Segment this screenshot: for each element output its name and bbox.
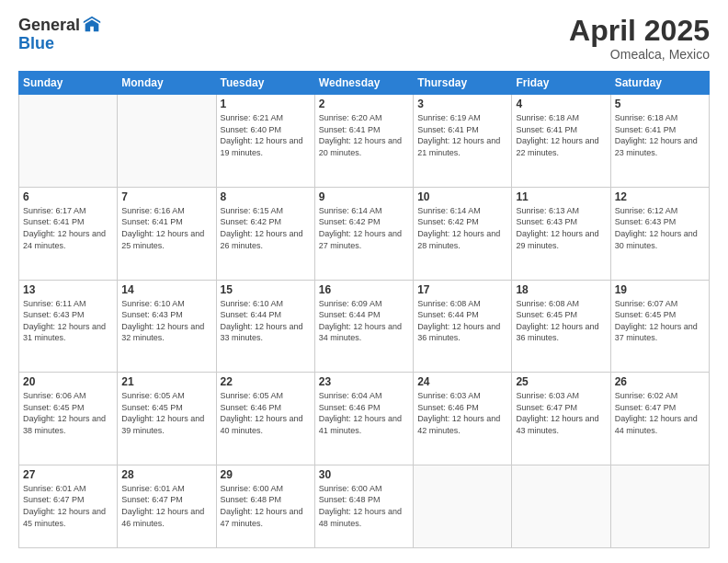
table-row: 10Sunrise: 6:14 AMSunset: 6:42 PMDayligh… (414, 187, 512, 280)
day-info: Sunrise: 6:14 AMSunset: 6:42 PMDaylight:… (417, 205, 507, 251)
day-number: 18 (516, 283, 606, 296)
table-row (610, 465, 709, 547)
day-info: Sunrise: 6:01 AMSunset: 6:47 PMDaylight:… (121, 483, 211, 529)
day-number: 7 (121, 190, 211, 203)
table-row (118, 95, 216, 188)
table-row: 9Sunrise: 6:14 AMSunset: 6:42 PMDaylight… (314, 187, 413, 280)
col-thursday: Thursday (414, 72, 512, 95)
logo-text: General Blue (18, 15, 102, 52)
table-row: 29Sunrise: 6:00 AMSunset: 6:48 PMDayligh… (216, 465, 314, 547)
day-info: Sunrise: 6:06 AMSunset: 6:45 PMDaylight:… (23, 390, 113, 436)
day-number: 5 (615, 98, 705, 110)
day-info: Sunrise: 6:18 AMSunset: 6:41 PMDaylight:… (615, 112, 705, 158)
day-number: 22 (221, 375, 311, 388)
day-info: Sunrise: 6:18 AMSunset: 6:41 PMDaylight:… (516, 112, 606, 158)
day-number: 14 (121, 283, 211, 296)
table-row: 6Sunrise: 6:17 AMSunset: 6:41 PMDaylight… (19, 187, 118, 280)
logo-blue: Blue (18, 35, 102, 52)
day-info: Sunrise: 6:02 AMSunset: 6:47 PMDaylight:… (615, 390, 705, 436)
month-title: April 2025 (569, 15, 710, 47)
table-row: 13Sunrise: 6:11 AMSunset: 6:43 PMDayligh… (19, 280, 118, 373)
table-row: 11Sunrise: 6:13 AMSunset: 6:43 PMDayligh… (512, 187, 610, 280)
day-number: 10 (417, 190, 507, 203)
table-row: 26Sunrise: 6:02 AMSunset: 6:47 PMDayligh… (610, 373, 709, 465)
day-number: 3 (417, 98, 507, 110)
table-row: 15Sunrise: 6:10 AMSunset: 6:44 PMDayligh… (216, 280, 314, 373)
day-number: 11 (516, 190, 606, 203)
day-info: Sunrise: 6:03 AMSunset: 6:46 PMDaylight:… (417, 390, 507, 436)
day-info: Sunrise: 6:11 AMSunset: 6:43 PMDaylight:… (23, 298, 113, 344)
location-subtitle: Omealca, Mexico (569, 47, 710, 62)
day-number: 24 (417, 375, 507, 388)
table-row: 28Sunrise: 6:01 AMSunset: 6:47 PMDayligh… (118, 465, 216, 547)
day-number: 1 (221, 98, 311, 110)
day-info: Sunrise: 6:04 AMSunset: 6:46 PMDaylight:… (319, 390, 409, 436)
day-info: Sunrise: 6:08 AMSunset: 6:44 PMDaylight:… (417, 298, 507, 344)
day-info: Sunrise: 6:00 AMSunset: 6:48 PMDaylight:… (221, 483, 311, 529)
header: General Blue April 2025 Omealca, Mexico (18, 15, 710, 62)
table-row (19, 95, 118, 188)
calendar-body: 1Sunrise: 6:21 AMSunset: 6:40 PMDaylight… (19, 95, 710, 548)
col-tuesday: Tuesday (216, 72, 314, 95)
table-row: 30Sunrise: 6:00 AMSunset: 6:48 PMDayligh… (314, 465, 413, 547)
day-info: Sunrise: 6:10 AMSunset: 6:44 PMDaylight:… (221, 298, 311, 344)
day-number: 27 (23, 468, 113, 481)
table-row: 20Sunrise: 6:06 AMSunset: 6:45 PMDayligh… (19, 373, 118, 465)
day-info: Sunrise: 6:10 AMSunset: 6:43 PMDaylight:… (121, 298, 211, 344)
logo: General Blue (18, 15, 102, 52)
table-row: 4Sunrise: 6:18 AMSunset: 6:41 PMDaylight… (512, 95, 610, 188)
table-row (512, 465, 610, 547)
col-monday: Monday (118, 72, 216, 95)
table-row: 17Sunrise: 6:08 AMSunset: 6:44 PMDayligh… (414, 280, 512, 373)
table-row: 3Sunrise: 6:19 AMSunset: 6:41 PMDaylight… (414, 95, 512, 188)
table-row: 7Sunrise: 6:16 AMSunset: 6:41 PMDaylight… (118, 187, 216, 280)
day-number: 8 (221, 190, 311, 203)
day-number: 6 (23, 190, 113, 203)
day-number: 12 (615, 190, 705, 203)
day-number: 21 (121, 375, 211, 388)
day-number: 13 (23, 283, 113, 296)
day-number: 9 (319, 190, 409, 203)
day-info: Sunrise: 6:08 AMSunset: 6:45 PMDaylight:… (516, 298, 606, 344)
table-row: 1Sunrise: 6:21 AMSunset: 6:40 PMDaylight… (216, 95, 314, 188)
col-wednesday: Wednesday (314, 72, 413, 95)
table-row: 24Sunrise: 6:03 AMSunset: 6:46 PMDayligh… (414, 373, 512, 465)
day-info: Sunrise: 6:13 AMSunset: 6:43 PMDaylight:… (516, 205, 606, 251)
day-number: 30 (319, 468, 409, 481)
table-row: 27Sunrise: 6:01 AMSunset: 6:47 PMDayligh… (19, 465, 118, 547)
table-row: 21Sunrise: 6:05 AMSunset: 6:45 PMDayligh… (118, 373, 216, 465)
day-info: Sunrise: 6:16 AMSunset: 6:41 PMDaylight:… (121, 205, 211, 251)
table-row: 19Sunrise: 6:07 AMSunset: 6:45 PMDayligh… (610, 280, 709, 373)
table-row: 16Sunrise: 6:09 AMSunset: 6:44 PMDayligh… (314, 280, 413, 373)
calendar-header-row: Sunday Monday Tuesday Wednesday Thursday… (19, 72, 710, 95)
day-number: 17 (417, 283, 507, 296)
logo-general: General (18, 17, 80, 33)
day-info: Sunrise: 6:03 AMSunset: 6:47 PMDaylight:… (516, 390, 606, 436)
col-friday: Friday (512, 72, 610, 95)
day-number: 2 (319, 98, 409, 110)
day-number: 16 (319, 283, 409, 296)
table-row: 2Sunrise: 6:20 AMSunset: 6:41 PMDaylight… (314, 95, 413, 188)
table-row: 8Sunrise: 6:15 AMSunset: 6:42 PMDaylight… (216, 187, 314, 280)
table-row: 22Sunrise: 6:05 AMSunset: 6:46 PMDayligh… (216, 373, 314, 465)
day-info: Sunrise: 6:15 AMSunset: 6:42 PMDaylight:… (221, 205, 311, 251)
calendar: Sunday Monday Tuesday Wednesday Thursday… (18, 71, 710, 548)
table-row: 12Sunrise: 6:12 AMSunset: 6:43 PMDayligh… (610, 187, 709, 280)
day-number: 19 (615, 283, 705, 296)
table-row: 18Sunrise: 6:08 AMSunset: 6:45 PMDayligh… (512, 280, 610, 373)
day-number: 20 (23, 375, 113, 388)
day-number: 15 (221, 283, 311, 296)
page: General Blue April 2025 Omealca, Mexico … (0, 0, 728, 563)
day-number: 23 (319, 375, 409, 388)
day-number: 28 (121, 468, 211, 481)
day-info: Sunrise: 6:19 AMSunset: 6:41 PMDaylight:… (417, 112, 507, 158)
day-info: Sunrise: 6:17 AMSunset: 6:41 PMDaylight:… (23, 205, 113, 251)
day-number: 25 (516, 375, 606, 388)
logo-icon (82, 15, 102, 35)
day-info: Sunrise: 6:20 AMSunset: 6:41 PMDaylight:… (319, 112, 409, 158)
table-row: 25Sunrise: 6:03 AMSunset: 6:47 PMDayligh… (512, 373, 610, 465)
day-info: Sunrise: 6:05 AMSunset: 6:46 PMDaylight:… (221, 390, 311, 436)
table-row: 5Sunrise: 6:18 AMSunset: 6:41 PMDaylight… (610, 95, 709, 188)
col-saturday: Saturday (610, 72, 709, 95)
day-info: Sunrise: 6:12 AMSunset: 6:43 PMDaylight:… (615, 205, 705, 251)
